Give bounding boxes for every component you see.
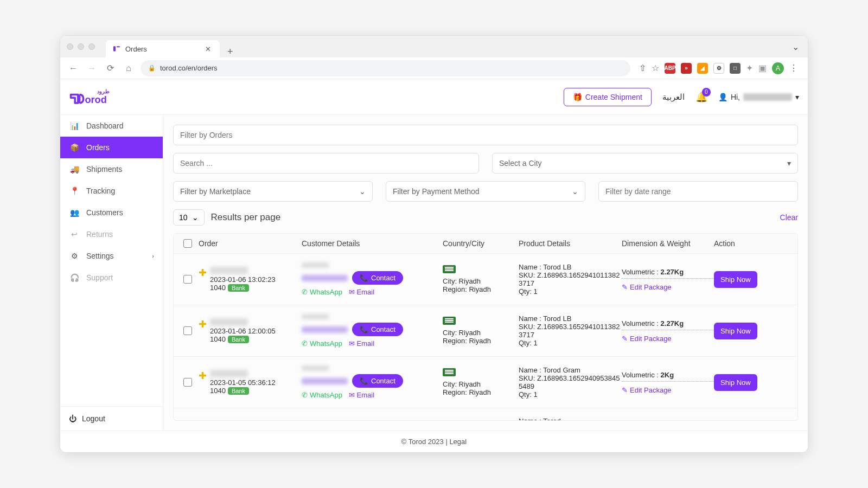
sidebar-item-tracking[interactable]: 📍Tracking <box>60 180 163 202</box>
svg-rect-0 <box>113 46 116 51</box>
edit-package-link[interactable]: ✎Edit Package <box>622 283 672 291</box>
date-range-input[interactable] <box>598 181 798 202</box>
order-datetime: 2023-01-06 12:00:05 <box>210 327 276 335</box>
region-text: Region: Riyadh <box>443 337 519 345</box>
customer-phone: xxxxxxxxxxxxx <box>302 275 348 281</box>
orders-icon: 📦 <box>69 143 80 152</box>
footer: © Torod 2023 | Legal <box>60 431 808 452</box>
browser-tab[interactable]: Orders ✕ <box>106 40 220 57</box>
home-button[interactable]: ⌂ <box>122 63 135 73</box>
select-all-checkbox[interactable] <box>183 239 192 248</box>
bookmark-icon[interactable]: ☆ <box>652 63 659 73</box>
orders-table: Order Customer Details Country/City Prod… <box>173 233 798 421</box>
returns-icon: ↩ <box>69 230 80 239</box>
order-id: XXXXXXXX <box>210 370 248 377</box>
results-controls: 10⌄ Results per page Clear <box>173 209 798 226</box>
payment-select[interactable]: Filter by Payment Method⌄ <box>386 181 585 202</box>
sidebar-label: Settings <box>86 252 114 260</box>
sidebar-item-settings[interactable]: ⚙Settings› <box>60 245 163 267</box>
ship-now-button[interactable]: Ship Now <box>714 374 757 391</box>
minimize-window[interactable] <box>78 43 84 50</box>
edit-package-link[interactable]: ✎Edit Package <box>622 386 672 394</box>
language-toggle[interactable]: العربية <box>662 92 685 102</box>
reload-button[interactable]: ⟳ <box>104 63 117 73</box>
sidebar-item-support[interactable]: 🎧Support <box>60 267 163 288</box>
expand-icon[interactable]: ✚ <box>199 268 207 278</box>
clear-filters-link[interactable]: Clear <box>780 213 798 222</box>
whatsapp-link[interactable]: ✆WhatsApp <box>302 391 342 399</box>
pdf-extension-icon[interactable]: » <box>681 63 692 74</box>
expand-icon[interactable]: ✚ <box>199 371 207 381</box>
payment-placeholder: Filter by Payment Method <box>393 187 480 196</box>
sidebar: 📊Dashboard 📦Orders 🚚Shipments 📍Tracking … <box>60 115 163 431</box>
edit-icon: ✎ <box>622 283 628 291</box>
city-text: City: Riyadh <box>443 277 519 285</box>
tab-close-icon[interactable]: ✕ <box>205 45 211 53</box>
create-shipment-button[interactable]: 🎁 Create Shipment <box>564 88 652 106</box>
abp-extension-icon[interactable]: ABP <box>665 63 675 74</box>
logout-button[interactable]: ⏻Logout <box>60 406 163 431</box>
sidepanel-icon[interactable]: ▣ <box>758 63 767 73</box>
volumetric-label: Volumetric : <box>622 371 659 379</box>
marketplace-select[interactable]: Filter by Marketplace⌄ <box>173 181 373 202</box>
analytics-extension-icon[interactable]: ◢ <box>697 63 708 74</box>
order-code: 1040 <box>210 335 226 343</box>
chevron-down-icon: ▾ <box>795 93 799 101</box>
forward-button[interactable]: → <box>85 63 98 73</box>
extension-icon-5[interactable]: □ <box>730 63 741 74</box>
user-menu[interactable]: 👤 Hi, xxxxxxxxxxx ▾ <box>718 93 799 101</box>
filter-orders-input[interactable] <box>173 125 798 145</box>
browser-menu-icon[interactable]: ⋮ <box>789 63 798 73</box>
contact-button[interactable]: 📞Contact <box>352 374 403 388</box>
phone-icon: 📞 <box>360 325 368 333</box>
close-window[interactable] <box>67 43 73 50</box>
row-checkbox[interactable] <box>183 326 192 335</box>
table-row: ✚ XXXXXXXX 2023-01-05 05:36:12 1040Bank … <box>174 357 797 408</box>
logo[interactable]: طرودorod <box>69 88 145 106</box>
address-bar[interactable]: 🔒 torod.co/en/orders <box>141 60 630 76</box>
edit-package-link[interactable]: ✎Edit Package <box>622 335 672 343</box>
order-datetime: 2023-01-06 13:02:23 <box>210 275 276 284</box>
edit-icon: ✎ <box>622 335 628 343</box>
extensions-puzzle-icon[interactable]: ✦ <box>746 63 753 73</box>
tabs-dropdown-icon[interactable]: ⌄ <box>792 42 801 52</box>
contact-button[interactable]: 📞Contact <box>352 271 403 285</box>
sidebar-item-dashboard[interactable]: 📊Dashboard <box>60 115 163 137</box>
sidebar-item-shipments[interactable]: 🚚Shipments <box>60 158 163 180</box>
city-placeholder: Select a City <box>499 159 542 168</box>
results-per-page-select[interactable]: 10⌄ <box>173 209 205 226</box>
whatsapp-link[interactable]: ✆WhatsApp <box>302 339 342 348</box>
ship-now-button[interactable]: Ship Now <box>714 271 757 288</box>
weight-value: 2Kg <box>661 371 674 379</box>
product-qty: Qty: 1 <box>519 287 622 296</box>
sidebar-item-orders[interactable]: 📦Orders <box>60 137 163 158</box>
search-input[interactable] <box>173 153 479 174</box>
city-select[interactable]: Select a City▾ <box>492 153 798 174</box>
extension-icon-4[interactable]: ⚙ <box>713 63 724 74</box>
email-link[interactable]: ✉Email <box>349 339 375 348</box>
whatsapp-icon: ✆ <box>302 391 308 399</box>
contact-button[interactable]: 📞Contact <box>352 323 403 336</box>
footer-text: © Torod 2023 | Legal <box>401 438 467 446</box>
maximize-window[interactable] <box>88 43 95 50</box>
user-icon: 👤 <box>718 93 727 101</box>
notifications-button[interactable]: 🔔 0 <box>695 91 707 103</box>
svg-text:طرود: طرود <box>97 88 110 95</box>
share-icon[interactable]: ⇧ <box>639 63 646 73</box>
back-button[interactable]: ← <box>67 63 80 73</box>
phone-icon: 📞 <box>360 274 368 282</box>
expand-icon[interactable]: ✚ <box>199 319 207 329</box>
email-link[interactable]: ✉Email <box>349 391 375 399</box>
profile-avatar[interactable]: A <box>772 62 784 74</box>
sidebar-item-customers[interactable]: 👥Customers <box>60 202 163 223</box>
row-checkbox[interactable] <box>183 378 192 387</box>
new-tab-button[interactable]: + <box>220 46 241 57</box>
phone-icon: 📞 <box>360 377 368 385</box>
dashboard-icon: 📊 <box>69 121 80 130</box>
row-checkbox[interactable] <box>183 275 192 284</box>
sidebar-item-returns[interactable]: ↩Returns <box>60 223 163 245</box>
email-link[interactable]: ✉Email <box>349 288 375 296</box>
ship-now-button[interactable]: Ship Now <box>714 323 757 339</box>
header-right: 🎁 Create Shipment العربية 🔔 0 👤 Hi, xxxx… <box>564 88 799 106</box>
whatsapp-link[interactable]: ✆WhatsApp <box>302 288 342 296</box>
